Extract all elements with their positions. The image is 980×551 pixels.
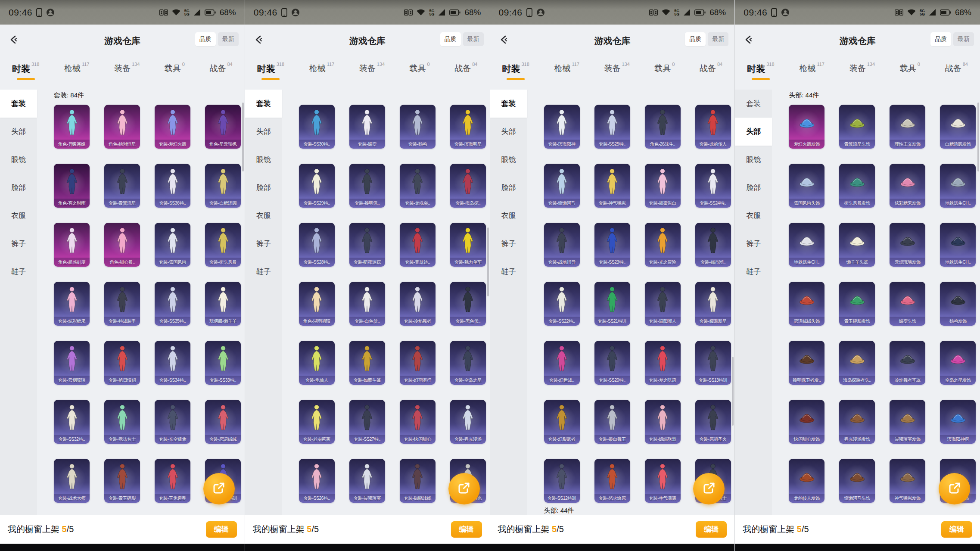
tab-载具[interactable]: 载具0 <box>654 63 675 74</box>
share-fab-button[interactable] <box>693 473 725 504</box>
item-card[interactable]: 套装-SS28特.. <box>299 223 335 267</box>
sidebar-item-头部[interactable]: 头部 <box>490 118 527 146</box>
item-card[interactable]: 套装-SS35特.. <box>155 282 190 326</box>
item-card[interactable]: 冷焰舞者耳罩 <box>890 341 925 385</box>
item-card[interactable]: 套装-温阳潮人 <box>645 282 681 326</box>
item-card[interactable]: 套装-梦幻火箭 <box>155 105 190 149</box>
item-card[interactable]: 套装-晨曦薄雾 <box>349 459 385 503</box>
item-card[interactable]: 鹤鸣发饰 <box>940 282 976 326</box>
item-card[interactable]: 套装-空岛之星 <box>450 341 486 385</box>
item-card[interactable]: 街头风暴发饰 <box>839 164 875 208</box>
sidebar-item-眼镜[interactable]: 眼镜 <box>0 146 37 174</box>
item-card[interactable]: 青翼流星头饰 <box>839 105 875 149</box>
item-card[interactable]: 套装-SS20特.. <box>594 341 630 385</box>
item-card[interactable]: 套装-原初圣火 <box>695 400 731 444</box>
item-card[interactable]: 套装-春光漫游 <box>450 400 486 444</box>
item-card[interactable]: 套装-战地指导 <box>544 223 580 267</box>
back-button[interactable] <box>252 34 265 47</box>
item-card[interactable]: 炫彩糖果发饰 <box>890 164 925 208</box>
item-card[interactable]: 空岛之星发饰 <box>940 341 976 385</box>
item-card[interactable]: 套装-SS26特.. <box>299 459 335 503</box>
item-card[interactable]: 套装-SS27特.. <box>349 400 385 444</box>
sidebar-item-裤子[interactable]: 裤子 <box>0 230 37 258</box>
sort-quality-button[interactable]: 品质 <box>685 32 706 46</box>
item-card[interactable]: 理性主义发饰 <box>890 105 925 149</box>
share-fab-button[interactable] <box>448 473 480 504</box>
item-card[interactable]: 恋语绒绒头饰 <box>789 282 824 326</box>
item-card[interactable]: 套装-都市潮.. <box>695 223 731 267</box>
item-card[interactable]: 套装-滨海明星 <box>450 105 486 149</box>
sort-quality-button[interactable]: 品质 <box>440 32 461 46</box>
item-card[interactable]: 玩偶服-懒羊羊 <box>205 282 241 326</box>
sidebar-item-套装[interactable]: 套装 <box>245 90 282 118</box>
item-card[interactable]: 套装-SS23特.. <box>594 223 630 267</box>
tab-载具[interactable]: 载具0 <box>410 63 430 74</box>
item-card[interactable]: 海岛探路者头.. <box>839 341 875 385</box>
item-card[interactable]: 套装-SS21特训 <box>594 282 630 326</box>
tab-装备[interactable]: 装备134 <box>849 63 875 74</box>
item-card[interactable]: 白糖汤圆发饰 <box>940 105 976 149</box>
sort-quality-button[interactable]: 品质 <box>195 32 216 46</box>
tab-载具[interactable]: 载具0 <box>900 63 920 74</box>
item-card[interactable]: 套装-老实芭蕉 <box>299 400 335 444</box>
item-card[interactable]: 套装-蝙蝠联盟 <box>645 400 681 444</box>
tab-枪械[interactable]: 枪械117 <box>799 63 824 74</box>
share-fab-button[interactable] <box>203 473 235 504</box>
item-card[interactable]: 套装-如鹰斗篷 <box>349 341 385 385</box>
item-card[interactable]: 套装-SS25特.. <box>594 105 630 149</box>
item-card[interactable]: 套装-旭日情侣 <box>104 341 140 385</box>
item-card[interactable]: 套装-龟仙人 <box>299 341 335 385</box>
item-card[interactable]: 套装-慵懒河马 <box>544 164 580 208</box>
scrollbar[interactable] <box>242 103 244 171</box>
item-card[interactable]: 套装-神气猴崽 <box>594 164 630 208</box>
item-card[interactable]: 套装-街头风暴 <box>205 223 241 267</box>
edit-button[interactable]: 编辑 <box>696 521 727 538</box>
sidebar-item-衣服[interactable]: 衣服 <box>735 202 772 230</box>
sidebar-item-裤子[interactable]: 裤子 <box>735 230 772 258</box>
item-card[interactable]: 套装-战术大师 <box>54 459 90 503</box>
sidebar-item-衣服[interactable]: 衣服 <box>0 202 37 230</box>
tab-装备[interactable]: 装备134 <box>114 63 140 74</box>
tab-战备[interactable]: 战备84 <box>700 63 722 74</box>
edit-button[interactable]: 编辑 <box>451 521 482 538</box>
item-card[interactable]: 角色-甜心暴.. <box>104 223 140 267</box>
back-button[interactable] <box>497 34 510 47</box>
item-card[interactable]: 套装-黑色伏.. <box>450 282 486 326</box>
item-card[interactable]: 套装-暗夜迷踪 <box>349 223 385 267</box>
tab-时装[interactable]: 时装318 <box>257 63 284 80</box>
item-card[interactable]: 地铁逃生CH.. <box>940 164 976 208</box>
item-card[interactable]: 套装-青玉碎影 <box>104 459 140 503</box>
scrollbar[interactable] <box>487 227 489 296</box>
item-card[interactable]: 地铁逃生CH.. <box>940 223 976 267</box>
item-card[interactable]: 套装-银白舞王 <box>594 400 630 444</box>
sidebar-item-眼镜[interactable]: 眼镜 <box>245 146 282 174</box>
item-card[interactable]: 套装-白色伏.. <box>349 282 385 326</box>
item-card[interactable]: 套装-白糖汤圆 <box>205 164 241 208</box>
item-card[interactable]: 懒羊羊头罩 <box>839 223 875 267</box>
item-card[interactable]: 黎明保卫者发.. <box>789 341 824 385</box>
scrollbar[interactable] <box>977 103 979 171</box>
item-card[interactable]: 云烟琉璃发饰 <box>890 223 925 267</box>
item-card[interactable]: 套装-滨海阳神 <box>544 105 580 149</box>
item-card[interactable]: 龙的传人发饰 <box>789 459 824 503</box>
item-card[interactable]: 青玉碎影发饰 <box>839 282 875 326</box>
tab-装备[interactable]: 装备134 <box>604 63 629 74</box>
item-card[interactable]: 角色-26战斗.. <box>645 105 681 149</box>
item-card[interactable]: 套装-青翼流星 <box>104 164 140 208</box>
item-card[interactable]: 角色-雾之时雨 <box>54 164 90 208</box>
item-card[interactable]: 套装-魅力单车 <box>450 223 486 267</box>
item-card[interactable]: 套装-牛气满满 <box>645 459 681 503</box>
tab-枪械[interactable]: 枪械117 <box>64 63 90 74</box>
share-fab-button[interactable] <box>939 473 970 504</box>
tab-战备[interactable]: 战备84 <box>945 63 968 74</box>
sort-latest-button[interactable]: 最新 <box>953 32 974 46</box>
sidebar-item-鞋子[interactable]: 鞋子 <box>735 258 772 286</box>
sidebar-item-眼镜[interactable]: 眼镜 <box>490 146 527 174</box>
tab-枪械[interactable]: 枪械117 <box>309 63 335 74</box>
tab-枪械[interactable]: 枪械117 <box>554 63 579 74</box>
item-card[interactable]: 套装-SS34特.. <box>155 341 190 385</box>
edit-button[interactable]: 编辑 <box>941 521 972 538</box>
item-card[interactable]: 套装-SS29特.. <box>299 164 335 208</box>
back-button[interactable] <box>742 34 755 47</box>
item-card[interactable]: 套装-SS36特.. <box>155 164 190 208</box>
